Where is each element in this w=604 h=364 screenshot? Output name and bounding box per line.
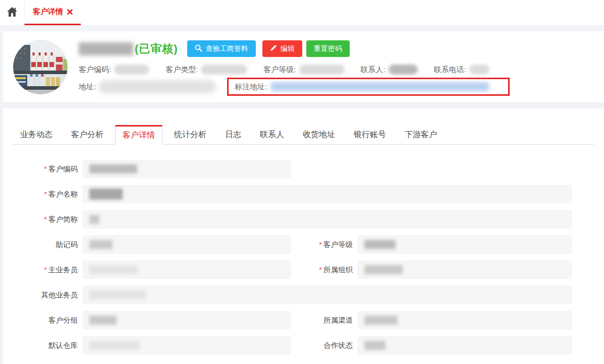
form-row: *客户简称 <box>3 210 604 228</box>
marked-address-redacted-link[interactable] <box>271 82 489 91</box>
customer-name-redacted <box>79 42 133 55</box>
customer-level-input[interactable] <box>358 235 572 254</box>
form-row: *主业务员 *所属组织 <box>3 261 604 279</box>
form-row: 其他业务员 <box>3 286 604 304</box>
customer-detail-panel: 业务动态 客户分析 客户详情 统计分析 日志 联系人 收货地址 银行账号 下游客… <box>3 108 604 364</box>
customer-short-name-input[interactable] <box>83 210 572 228</box>
customer-name-field-label: *客户名称 <box>3 190 83 199</box>
edit-button-label: 编辑 <box>281 44 295 53</box>
detail-tab-bar: 业务动态 客户分析 客户详情 统计分析 日志 联系人 收货地址 银行账号 下游客… <box>13 125 594 145</box>
address-label: 地址: <box>79 82 96 92</box>
close-icon[interactable] <box>67 8 73 16</box>
customer-level-pair: 客户等级: <box>263 65 344 75</box>
topbar: 客户详情 <box>0 0 604 25</box>
tab-log[interactable]: 日志 <box>218 125 248 144</box>
form-row: 助记码 *客户等级 <box>3 235 604 254</box>
other-salesman-input[interactable] <box>83 286 572 304</box>
customer-type-redacted <box>201 65 247 75</box>
home-button[interactable] <box>0 0 24 25</box>
verify-business-info-button[interactable]: 查验工商资料 <box>187 40 256 57</box>
header-address-row: 地址: 标注地址: <box>79 77 594 97</box>
tab-customer-analysis[interactable]: 客户分析 <box>64 125 111 144</box>
customer-group-field-label: 客户分组 <box>3 316 83 325</box>
form-row: 客户分组 所属渠道 <box>3 311 604 329</box>
form-row: *客户名称 <box>3 185 604 203</box>
contact-phone-pair: 联系电话: <box>434 65 489 75</box>
main-salesman-field-label: *主业务员 <box>3 265 83 275</box>
customer-avatar[interactable] <box>13 40 68 94</box>
contact-person-redacted <box>389 65 418 75</box>
customer-level-redacted <box>299 65 345 75</box>
marked-address-label: 标注地址: <box>235 82 267 92</box>
form-row: 默认仓库 合作状态 <box>3 336 604 354</box>
tab-shipping-address[interactable]: 收货地址 <box>296 125 342 144</box>
channel-input[interactable] <box>358 311 572 329</box>
organization-input[interactable] <box>358 261 572 279</box>
tab-business-activity[interactable]: 业务动态 <box>13 125 60 144</box>
mnemonic-code-input[interactable] <box>83 235 291 254</box>
address-redacted <box>99 80 216 93</box>
customer-code-field-label: *客户编码 <box>3 164 83 174</box>
default-warehouse-field-label: 默认仓库 <box>3 341 83 350</box>
customer-code-label: 客户编码: <box>79 65 111 75</box>
customer-type-pair: 客户类型: <box>166 65 247 75</box>
customer-header-card: (已审核) 查验工商资料 编辑 重置密码 <box>3 31 604 102</box>
customer-detail-form: *客户编码 *客户名称 *客户简称 助记码 *客户等级 <box>3 160 604 354</box>
tab-statistics-analysis[interactable]: 统计分析 <box>167 125 213 144</box>
header-right: (已审核) 查验工商资料 编辑 重置密码 <box>79 38 594 97</box>
customer-type-label: 客户类型: <box>166 65 198 75</box>
customer-level-label: 客户等级: <box>263 65 296 75</box>
customer-level-field-label: *客户等级 <box>291 240 358 250</box>
customer-title-row: (已审核) 查验工商资料 编辑 重置密码 <box>79 40 594 57</box>
tab-downstream-customers[interactable]: 下游客户 <box>398 125 444 144</box>
customer-code-redacted <box>114 65 149 75</box>
contact-phone-label: 联系电话: <box>434 65 466 75</box>
cooperation-status-input[interactable] <box>358 336 572 354</box>
mnemonic-code-field-label: 助记码 <box>3 240 83 250</box>
tab-customer-detail[interactable]: 客户详情 <box>115 125 162 145</box>
reset-password-label: 重置密码 <box>314 44 342 53</box>
verify-business-info-label: 查验工商资料 <box>206 44 248 53</box>
other-salesman-field-label: 其他业务员 <box>3 290 83 300</box>
form-row: *客户编码 <box>3 160 604 178</box>
organization-field-label: *所属组织 <box>291 265 358 275</box>
tab-contacts[interactable]: 联系人 <box>253 125 291 144</box>
customer-code-pair: 客户编码: <box>79 65 149 75</box>
contact-person-pair: 联系人: <box>361 65 418 75</box>
topbar-tab-customer-detail[interactable]: 客户详情 <box>24 0 81 25</box>
channel-field-label: 所属渠道 <box>291 316 358 325</box>
contact-phone-redacted <box>469 65 489 75</box>
reset-password-button[interactable]: 重置密码 <box>306 40 350 57</box>
edit-button[interactable]: 编辑 <box>262 40 302 57</box>
customer-group-input[interactable] <box>83 311 291 329</box>
pencil-icon <box>270 44 277 53</box>
customer-short-name-field-label: *客户简称 <box>3 215 83 224</box>
contact-person-label: 联系人: <box>361 65 386 75</box>
main-salesman-input[interactable] <box>83 261 291 279</box>
header-info-row: 客户编码: 客户类型: 客户等级: 联系人: 联系电话: <box>79 65 594 75</box>
topbar-tab-label: 客户详情 <box>33 7 63 17</box>
audit-status-badge: (已审核) <box>135 41 178 56</box>
default-warehouse-input[interactable] <box>83 336 291 354</box>
marked-address-highlight-box: 标注地址: <box>227 78 510 96</box>
customer-name-input[interactable] <box>83 185 572 203</box>
home-icon <box>7 7 17 19</box>
customer-code-input[interactable] <box>83 160 291 178</box>
cooperation-status-field-label: 合作状态 <box>291 341 358 350</box>
search-icon <box>195 44 202 53</box>
tab-bank-account[interactable]: 银行账号 <box>347 125 393 144</box>
